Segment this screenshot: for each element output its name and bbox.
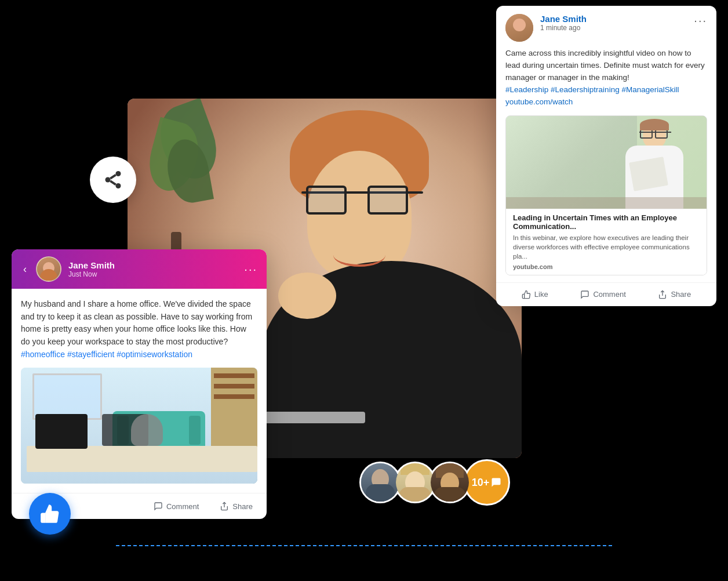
- right-hashtags: #Leadership #Leadershiptraining #Manager…: [505, 85, 679, 106]
- left-more-options[interactable]: ···: [244, 263, 257, 276]
- comment-icon-right: [580, 290, 589, 299]
- left-header-info: Jane Smith Just Now: [68, 260, 237, 278]
- right-user-name: Jane Smith: [540, 14, 687, 24]
- left-post-card: ‹ Jane Smith Just Now ··· My husband and…: [12, 249, 267, 519]
- video-description: In this webinar, we explore how executiv…: [513, 233, 700, 261]
- left-hashtags: #homeoffice #stayefficient #optimisework…: [21, 350, 192, 359]
- like-button-circle[interactable]: [29, 493, 71, 535]
- svg-point-2: [116, 183, 121, 188]
- avatar-group: 10+: [359, 459, 510, 506]
- avatar-3: [429, 462, 471, 503]
- left-share-button[interactable]: Share: [215, 499, 257, 513]
- share-icon: [103, 169, 123, 190]
- comment-icon: [154, 502, 163, 511]
- thumbs-up-icon: [39, 503, 61, 525]
- avatar-2: [394, 462, 436, 503]
- dashed-separator-line: [116, 545, 612, 546]
- video-source: youtube.com: [513, 263, 700, 270]
- left-post-text: My husband and I share a home office. We…: [21, 298, 257, 361]
- like-icon: [522, 290, 531, 299]
- left-avatar: [36, 256, 61, 282]
- right-header-info: Jane Smith 1 minute ago: [540, 14, 687, 32]
- right-card-actions: Like Comment Share: [496, 282, 716, 306]
- right-post-text: Came across this incredibly insightful v…: [496, 48, 716, 115]
- share-circle-button[interactable]: [90, 157, 136, 203]
- svg-line-3: [110, 175, 116, 179]
- chat-bubble-icon: [490, 477, 502, 488]
- avatar-1: [359, 462, 401, 503]
- svg-point-1: [105, 177, 111, 183]
- back-button[interactable]: ‹: [21, 263, 29, 275]
- left-post-timestamp: Just Now: [68, 270, 237, 278]
- left-comment-button[interactable]: Comment: [149, 499, 203, 513]
- right-like-button[interactable]: Like: [517, 288, 553, 302]
- right-more-options[interactable]: ···: [694, 14, 707, 27]
- left-user-name: Jane Smith: [68, 260, 237, 270]
- left-post-image: [21, 368, 257, 484]
- share-icon-right: [658, 290, 667, 299]
- avatar-count-bubble: 10+: [464, 459, 510, 506]
- right-share-button[interactable]: Share: [653, 288, 696, 302]
- video-image: [506, 116, 707, 209]
- video-thumbnail[interactable]: Leading in Uncertain Times with an Emplo…: [505, 115, 707, 275]
- right-post-card: Jane Smith 1 minute ago ··· Came across …: [496, 6, 716, 306]
- right-avatar: [505, 14, 533, 42]
- avatar-count-label: 10+: [472, 477, 503, 489]
- share-action-icon: [220, 502, 229, 511]
- svg-line-4: [110, 181, 116, 184]
- left-card-body: My husband and I share a home office. We…: [12, 289, 267, 493]
- video-title: Leading in Uncertain Times with an Emplo…: [513, 213, 700, 231]
- right-post-timestamp: 1 minute ago: [540, 24, 687, 32]
- svg-point-0: [116, 171, 121, 176]
- left-card-header: ‹ Jane Smith Just Now ···: [12, 249, 267, 289]
- right-card-header: Jane Smith 1 minute ago ···: [496, 6, 716, 48]
- video-meta: Leading in Uncertain Times with an Emplo…: [506, 209, 707, 275]
- right-comment-button[interactable]: Comment: [576, 288, 630, 302]
